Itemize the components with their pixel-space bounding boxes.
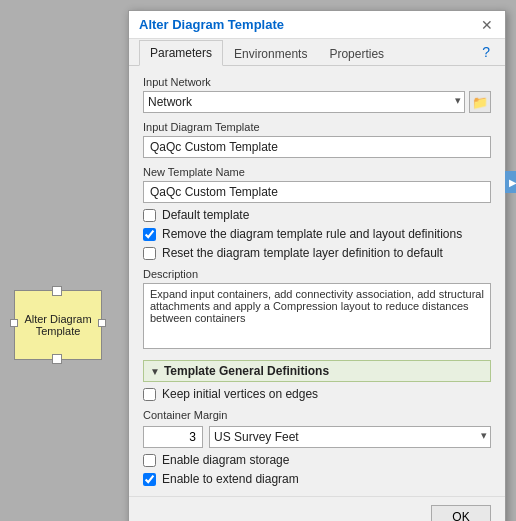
remove-rules-row: Remove the diagram template rule and lay… — [143, 227, 491, 241]
remove-rules-checkbox[interactable] — [143, 228, 156, 241]
alter-diagram-dialog: Alter Diagram Template ✕ Parameters Envi… — [128, 10, 506, 521]
tab-environments[interactable]: Environments — [223, 41, 318, 66]
keep-initial-row: Keep initial vertices on edges — [143, 387, 491, 401]
reset-layer-label: Reset the diagram template layer definit… — [162, 246, 443, 260]
default-template-label: Default template — [162, 208, 249, 222]
container-margin-label: Container Margin — [143, 409, 491, 421]
template-general-definitions-header[interactable]: ▼ Template General Definitions — [143, 360, 491, 382]
enable-extend-label: Enable to extend diagram — [162, 472, 299, 486]
keep-initial-label: Keep initial vertices on edges — [162, 387, 318, 401]
dialog-footer: OK — [129, 496, 505, 521]
keep-initial-checkbox[interactable] — [143, 388, 156, 401]
enable-extend-checkbox[interactable] — [143, 473, 156, 486]
enable-extend-row: Enable to extend diagram — [143, 472, 491, 486]
node-handle-left — [10, 319, 18, 327]
remove-rules-label: Remove the diagram template rule and lay… — [162, 227, 462, 241]
background-area: Alter DiagramTemplate Alter Diagram Temp… — [0, 0, 516, 521]
default-template-row: Default template — [143, 208, 491, 222]
tab-properties[interactable]: Properties — [318, 41, 395, 66]
units-select-wrapper: US Survey Feet — [209, 426, 491, 448]
reset-layer-row: Reset the diagram template layer definit… — [143, 246, 491, 260]
diagram-node: Alter DiagramTemplate — [14, 290, 102, 360]
ok-button[interactable]: OK — [431, 505, 491, 521]
enable-storage-row: Enable diagram storage — [143, 453, 491, 467]
container-margin-input[interactable] — [143, 426, 203, 448]
new-template-name-label: New Template Name — [143, 166, 491, 178]
section-arrow-icon: ▼ — [150, 366, 160, 377]
units-select[interactable]: US Survey Feet — [209, 426, 491, 448]
folder-button-network[interactable]: 📁 — [469, 91, 491, 113]
input-diagram-template-label: Input Diagram Template — [143, 121, 491, 133]
diagram-node-label: Alter DiagramTemplate — [24, 313, 91, 337]
default-template-checkbox[interactable] — [143, 209, 156, 222]
enable-storage-checkbox[interactable] — [143, 454, 156, 467]
container-margin-row: US Survey Feet — [143, 426, 491, 448]
side-expand-arrow[interactable]: ▶ — [505, 171, 516, 193]
reset-layer-checkbox[interactable] — [143, 247, 156, 260]
input-network-label: Input Network — [143, 76, 491, 88]
input-network-select[interactable]: Network — [143, 91, 465, 113]
dialog-tabs: Parameters Environments Properties ? — [129, 39, 505, 66]
new-template-name-input[interactable] — [143, 181, 491, 203]
description-textarea[interactable]: Expand input containers, add connectivit… — [143, 283, 491, 349]
input-diagram-template-input[interactable] — [143, 136, 491, 158]
dialog-title: Alter Diagram Template — [139, 17, 284, 32]
enable-storage-label: Enable diagram storage — [162, 453, 289, 467]
close-button[interactable]: ✕ — [479, 18, 495, 32]
tab-parameters[interactable]: Parameters — [139, 40, 223, 66]
description-label: Description — [143, 268, 491, 280]
section-header-label: Template General Definitions — [164, 364, 329, 378]
dialog-body: Input Network Network 📁 Input Diagram Te… — [129, 66, 505, 496]
input-network-select-wrapper: Network — [143, 91, 465, 113]
dialog-titlebar: Alter Diagram Template ✕ — [129, 11, 505, 39]
help-icon[interactable]: ? — [477, 39, 495, 65]
input-network-row: Network 📁 — [143, 91, 491, 113]
node-handle-right — [98, 319, 106, 327]
